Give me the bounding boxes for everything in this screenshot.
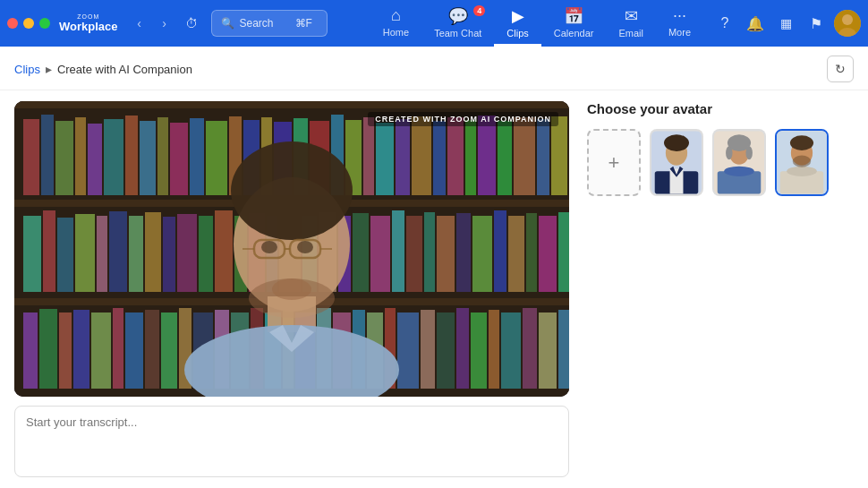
svg-rect-9: [55, 121, 73, 195]
nav-team-chat[interactable]: 💬 Team Chat 4: [421, 0, 494, 47]
svg-rect-40: [43, 210, 55, 292]
svg-rect-11: [88, 124, 102, 195]
svg-rect-37: [537, 119, 549, 195]
nav-team-chat-label: Team Chat: [434, 28, 481, 39]
notifications-button[interactable]: 🔔: [743, 11, 768, 36]
svg-rect-41: [57, 218, 73, 292]
svg-rect-71: [23, 312, 38, 389]
help-button[interactable]: ?: [712, 11, 737, 36]
svg-rect-32: [447, 117, 464, 195]
svg-point-135: [793, 156, 812, 167]
svg-rect-79: [161, 312, 177, 389]
svg-rect-48: [177, 214, 197, 292]
svg-point-129: [724, 167, 754, 176]
calendar-icon: 📅: [564, 6, 583, 26]
minimize-button[interactable]: [23, 18, 34, 29]
svg-rect-50: [215, 210, 233, 292]
topbar-actions: ? 🔔 ▦ ⚑: [712, 10, 861, 37]
svg-rect-78: [145, 310, 159, 389]
avatar-2-image: [714, 129, 764, 196]
nav-more-label: More: [668, 27, 691, 38]
svg-rect-69: [539, 216, 557, 292]
breadcrumb: Clips ▸ Create with AI Companion: [14, 62, 192, 76]
search-bar[interactable]: 🔍 Search ⌘F: [211, 10, 328, 37]
svg-rect-49: [199, 216, 213, 292]
transcript-input[interactable]: [14, 406, 569, 477]
svg-rect-76: [113, 308, 123, 389]
svg-rect-14: [140, 121, 156, 195]
svg-rect-16: [170, 123, 188, 195]
forward-arrow-button[interactable]: ›: [154, 13, 175, 34]
history-button[interactable]: ⏱: [179, 11, 204, 36]
svg-rect-62: [424, 212, 435, 292]
svg-point-132: [790, 135, 813, 150]
plus-icon: +: [608, 151, 620, 175]
svg-rect-42: [75, 214, 95, 292]
logo-area: zoom Workplace: [59, 13, 118, 33]
breadcrumb-bar: Clips ▸ Create with AI Companion ↻: [0, 47, 868, 90]
svg-rect-28: [376, 123, 394, 195]
add-avatar-button[interactable]: +: [587, 129, 641, 196]
avatar-grid: +: [587, 129, 854, 196]
refresh-button[interactable]: ↻: [827, 56, 854, 82]
svg-rect-94: [421, 310, 435, 389]
svg-rect-64: [456, 213, 471, 292]
home-icon: ⌂: [391, 6, 401, 25]
svg-point-1: [842, 14, 853, 25]
svg-rect-31: [433, 121, 446, 195]
nav-email-label: Email: [618, 28, 643, 39]
maximize-button[interactable]: [39, 18, 50, 29]
svg-rect-73: [59, 312, 72, 389]
back-arrow-button[interactable]: ‹: [129, 13, 150, 34]
clips-icon: ▶: [512, 6, 524, 26]
svg-rect-29: [396, 119, 410, 195]
svg-point-126: [726, 146, 732, 159]
svg-rect-47: [163, 217, 175, 292]
avatar-option-3[interactable]: [775, 129, 829, 196]
svg-rect-101: [539, 312, 557, 389]
search-icon: 🔍: [221, 17, 234, 30]
avatar-option-2[interactable]: [712, 129, 766, 196]
team-chat-icon: 💬: [448, 6, 468, 26]
avatar-1-image: [651, 129, 702, 196]
svg-rect-70: [558, 212, 569, 292]
svg-rect-36: [514, 117, 535, 195]
svg-rect-60: [392, 210, 404, 292]
nav-home-label: Home: [383, 27, 409, 38]
svg-rect-44: [109, 211, 127, 292]
breadcrumb-clips-link[interactable]: Clips: [14, 63, 40, 76]
svg-point-104: [231, 141, 353, 240]
close-button[interactable]: [7, 18, 18, 29]
email-icon: ✉: [625, 6, 638, 26]
nav-calendar[interactable]: 📅 Calendar: [541, 0, 607, 47]
nav-home[interactable]: ⌂ Home: [370, 0, 421, 47]
video-section: CREATED WITH ZOOM AI COMPANION: [14, 101, 569, 481]
nav-clips[interactable]: ▶ Clips: [494, 0, 540, 47]
svg-rect-13: [125, 116, 138, 195]
nav-email[interactable]: ✉ Email: [606, 0, 656, 47]
content-area: Clips ▸ Create with AI Companion ↻: [0, 47, 868, 488]
svg-rect-72: [39, 309, 57, 389]
svg-rect-27: [363, 117, 374, 195]
svg-rect-97: [471, 312, 487, 389]
svg-rect-45: [129, 216, 143, 292]
main-layout: CREATED WITH ZOOM AI COMPANION Choose yo…: [0, 90, 868, 488]
svg-rect-96: [456, 308, 469, 389]
svg-point-122: [664, 134, 689, 151]
window-controls: [7, 18, 50, 29]
topbar: zoom Workplace ‹ › ⏱ 🔍 Search ⌘F ⌂ Home …: [0, 0, 868, 47]
svg-rect-58: [353, 213, 369, 292]
svg-point-134: [787, 167, 817, 176]
search-label: Search: [240, 17, 274, 30]
team-chat-badge: 4: [473, 5, 485, 16]
app-title: Workplace: [59, 20, 118, 33]
star-action-button[interactable]: ⚑: [804, 11, 829, 36]
nav-more[interactable]: ··· More: [656, 0, 703, 47]
avatar-option-1[interactable]: [650, 129, 703, 196]
calendar-action-button[interactable]: ▦: [773, 11, 798, 36]
more-icon: ···: [673, 6, 686, 25]
user-avatar[interactable]: [834, 10, 861, 37]
svg-point-113: [261, 241, 277, 253]
svg-rect-93: [397, 312, 419, 389]
svg-rect-35: [498, 121, 512, 195]
